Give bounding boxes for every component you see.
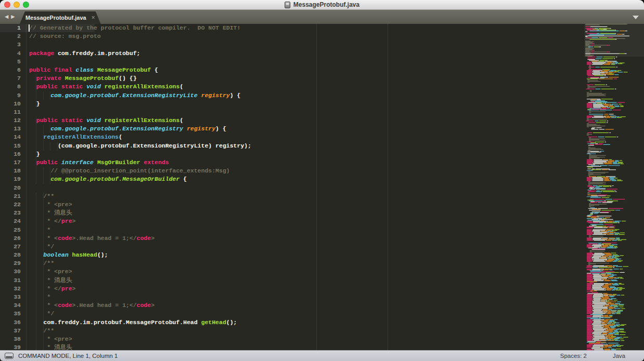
- code-line[interactable]: */: [29, 310, 584, 318]
- minimize-window-icon[interactable]: [14, 2, 20, 8]
- code-line[interactable]: *: [29, 293, 584, 301]
- code-line[interactable]: /**: [29, 259, 584, 268]
- code-line[interactable]: * 消息头: [29, 343, 584, 350]
- close-window-icon[interactable]: [4, 2, 10, 8]
- line-number: 14: [0, 133, 21, 141]
- line-number: 21: [0, 192, 21, 200]
- indent-guides: [29, 327, 44, 335]
- status-mode-text: COMMAND MODE, Line 1, Column 1: [18, 353, 118, 359]
- code-line[interactable]: registerAllExtensions(: [29, 133, 584, 141]
- code-line[interactable]: public static void registerAllExtensions…: [29, 83, 584, 91]
- code-area[interactable]: // Generated by the protocol buffer comp…: [29, 24, 584, 350]
- line-number: 29: [0, 259, 21, 268]
- code-line[interactable]: [29, 108, 584, 116]
- code-line[interactable]: /**: [29, 192, 584, 200]
- status-indent-setting[interactable]: Spaces: 2: [560, 353, 587, 359]
- code-line[interactable]: * <pre>: [29, 268, 584, 276]
- code-line[interactable]: * 消息头: [29, 209, 584, 217]
- file-proxy-icon[interactable]: [285, 2, 290, 8]
- code-line[interactable]: [29, 184, 584, 192]
- code-line[interactable]: }: [29, 150, 584, 158]
- line-number: 35: [0, 310, 21, 318]
- code-line[interactable]: // Generated by the protocol buffer comp…: [29, 24, 584, 32]
- code-line[interactable]: public final class MessageProtobuf {: [29, 66, 584, 74]
- line-number: 27: [0, 243, 21, 251]
- code-line[interactable]: * <pre>: [29, 200, 584, 209]
- code-line[interactable]: * <pre>: [29, 335, 584, 343]
- line-number: 15: [0, 142, 21, 150]
- indent-guides: [29, 310, 47, 318]
- code-line[interactable]: /**: [29, 327, 584, 335]
- line-number: 5: [0, 58, 21, 66]
- indent-guides: [29, 167, 50, 175]
- line-number: 31: [0, 276, 21, 285]
- indent-guides: [29, 251, 44, 259]
- code-line[interactable]: // @@protoc_insertion_point(interface_ex…: [29, 167, 584, 175]
- code-line[interactable]: */: [29, 243, 584, 251]
- code-line[interactable]: (com.google.protobuf.ExtensionRegistryLi…: [29, 142, 584, 150]
- line-number: 32: [0, 285, 21, 293]
- code-line[interactable]: public static void registerAllExtensions…: [29, 116, 584, 125]
- code-line[interactable]: * </pre>: [29, 217, 584, 225]
- indent-guides: [29, 91, 50, 100]
- code-line[interactable]: [29, 58, 584, 66]
- line-number: 23: [0, 209, 21, 217]
- title-bar[interactable]: MessageProtobuf.java: [0, 0, 644, 10]
- indent-guides: [29, 318, 44, 327]
- code-line[interactable]: com.google.protobuf.ExtensionRegistry re…: [29, 125, 584, 133]
- line-number: 10: [0, 100, 21, 108]
- line-number: 38: [0, 335, 21, 343]
- indent-guides: [29, 175, 50, 183]
- indent-guides: [29, 116, 36, 125]
- tab-close-icon[interactable]: ×: [91, 15, 95, 20]
- line-number: 28: [0, 251, 21, 259]
- code-line[interactable]: * </pre>: [29, 285, 584, 293]
- line-number: 1: [0, 24, 21, 32]
- line-number: 8: [0, 83, 21, 91]
- editor-pane[interactable]: 1234567891011121314151617181920212223242…: [0, 24, 644, 350]
- tab-messageprotobuf[interactable]: MessageProtobuf.java ×: [20, 11, 101, 24]
- code-line[interactable]: private MessageProtobuf() {}: [29, 74, 584, 83]
- line-number: 36: [0, 318, 21, 327]
- code-line[interactable]: // source: msg.proto: [29, 32, 584, 41]
- status-language[interactable]: Java: [613, 353, 625, 359]
- code-line[interactable]: }: [29, 100, 584, 108]
- line-number: 12: [0, 116, 21, 125]
- tab-list-dropdown-icon[interactable]: [633, 16, 639, 19]
- indent-guides: [29, 301, 47, 310]
- code-line[interactable]: *: [29, 226, 584, 234]
- code-line[interactable]: * <code>.Head head = 1;</code>: [29, 301, 584, 310]
- code-line[interactable]: com.freddy.im.protobuf.MessageProtobuf.H…: [29, 318, 584, 327]
- indent-guides: [29, 335, 47, 343]
- code-line[interactable]: * <code>.Head head = 1;</code>: [29, 234, 584, 243]
- indent-guides: [29, 226, 47, 234]
- zoom-window-icon[interactable]: [23, 2, 29, 8]
- indent-guides: [29, 100, 36, 108]
- back-arrow-icon[interactable]: ◀: [5, 13, 8, 20]
- line-number: 39: [0, 343, 21, 350]
- code-line[interactable]: boolean hasHead();: [29, 251, 584, 259]
- code-line[interactable]: * 消息头: [29, 276, 584, 285]
- indent-guides: [29, 285, 47, 293]
- code-line[interactable]: com.google.protobuf.ExtensionRegistryLit…: [29, 91, 584, 100]
- tab-bar: ◀ ▶ MessageProtobuf.java ×: [0, 10, 644, 24]
- line-number: 26: [0, 234, 21, 243]
- text-cursor: [29, 24, 30, 32]
- line-number: 33: [0, 293, 21, 301]
- indent-guides: [29, 268, 47, 276]
- code-line[interactable]: public interface MsgOrBuilder extends: [29, 158, 584, 167]
- code-line[interactable]: [29, 41, 584, 49]
- line-number: 2: [0, 32, 21, 41]
- indent-guides: [29, 209, 47, 217]
- code-line[interactable]: package com.freddy.im.protobuf;: [29, 49, 584, 58]
- indent-guides: [29, 234, 47, 243]
- indent-guides: [29, 293, 47, 301]
- forward-arrow-icon[interactable]: ▶: [11, 13, 15, 20]
- line-number: 34: [0, 301, 21, 310]
- indent-guides: [29, 125, 50, 133]
- line-number: 11: [0, 108, 21, 116]
- minimap[interactable]: [584, 24, 644, 350]
- line-number: 16: [0, 150, 21, 158]
- code-line[interactable]: com.google.protobuf.MessageOrBuilder {: [29, 175, 584, 183]
- indent-guides: [29, 200, 47, 209]
